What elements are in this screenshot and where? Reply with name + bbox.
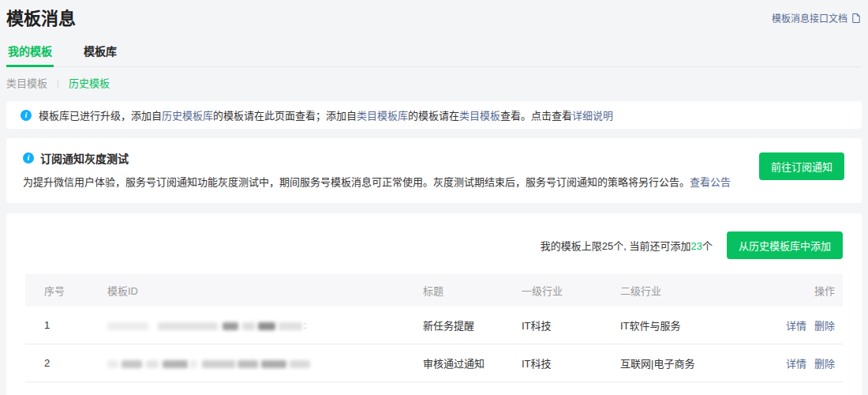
cell-template-id-redacted: : <box>88 307 404 344</box>
add-from-history-button[interactable]: 从历史模板库中添加 <box>727 231 843 259</box>
delete-link[interactable]: 删除 <box>814 320 835 332</box>
gray-test-title: 订阅通知灰度测试 <box>40 150 129 166</box>
table-row: 1:新任务提醒IT科技IT软件与服务详情删除 <box>25 307 843 344</box>
view-announcement-link[interactable]: 查看公告 <box>690 176 731 188</box>
info-icon: i <box>21 110 32 121</box>
page: 模板消息 模板消息接口文档 我的模板模板库 类目模板|历史模板 i 模板库已进行… <box>0 0 868 395</box>
templates-table: 序号模板ID标题一级行业二级行业操作 1:新任务提醒IT科技IT软件与服务详情删… <box>25 274 843 382</box>
notice-link[interactable]: 类目模板 <box>459 110 500 122</box>
cell-industry2: IT软件与服务 <box>601 307 771 344</box>
cell-title: 审核通过通知 <box>404 344 503 382</box>
upgrade-notice-text: 模板库已进行升级，添加自历史模板库的模板请在此页面查看；添加自类目模板库的模板请… <box>39 107 613 122</box>
text-segment: 的模板请在此页面查看；添加自 <box>213 110 357 122</box>
tab-我的模板[interactable]: 我的模板 <box>6 40 54 66</box>
text-segment: 查看。点击查看 <box>500 110 572 122</box>
cell-index: 2 <box>25 344 88 382</box>
subtab-divider: | <box>57 78 59 88</box>
goto-subscription-button[interactable]: 前往订阅通知 <box>759 152 844 180</box>
detail-link[interactable]: 详情 <box>786 320 806 332</box>
redacted-block <box>258 322 275 330</box>
redacted-block <box>158 322 218 330</box>
column-header-一级行业: 一级行业 <box>503 274 601 307</box>
column-header-操作: 操作 <box>771 274 843 307</box>
text-segment: 模板库已进行升级，添加自 <box>39 110 162 122</box>
cell-template-id-redacted <box>88 344 404 382</box>
redacted-block <box>242 322 255 330</box>
notice-link[interactable]: 类目模板库 <box>357 110 408 122</box>
column-header-标题: 标题 <box>404 274 503 307</box>
page-header: 模板消息 模板消息接口文档 <box>6 5 862 30</box>
column-header-模板ID: 模板ID <box>88 274 404 307</box>
primary-tabs: 我的模板模板库 <box>6 40 862 67</box>
info-icon: i <box>23 152 34 164</box>
api-doc-link[interactable]: 模板消息接口文档 <box>772 11 862 24</box>
redacted-block <box>122 360 142 368</box>
page-title: 模板消息 <box>6 8 76 30</box>
table-row: 2审核通过通知IT科技互联网|电子商务详情删除 <box>25 344 843 382</box>
gray-test-title-row: i 订阅通知灰度测试 <box>23 150 731 166</box>
subtab-历史模板[interactable]: 历史模板 <box>69 75 110 90</box>
subtab-类目模板[interactable]: 类目模板 <box>6 75 47 90</box>
cell-industry2: 互联网|电子商务 <box>601 344 771 382</box>
cell-index: 1 <box>25 307 88 344</box>
cell-title: 新任务提醒 <box>404 307 503 344</box>
text-segment: 的模板请在 <box>408 110 459 122</box>
redacted-block <box>290 360 310 368</box>
redacted-block <box>223 322 238 330</box>
gray-test-description: 为提升微信用户体验，服务号订阅通知功能灰度测试中，期间服务号模板消息可正常使用。… <box>23 175 731 190</box>
delete-link[interactable]: 删除 <box>814 358 835 370</box>
notice-link[interactable]: 历史模板库 <box>162 110 213 122</box>
redacted-block <box>189 360 197 368</box>
column-header-序号: 序号 <box>25 274 88 307</box>
detail-link[interactable]: 详情 <box>786 358 806 370</box>
quota-remaining-count: 23 <box>691 240 702 252</box>
gray-test-content: i 订阅通知灰度测试 为提升微信用户体验，服务号订阅通知功能灰度测试中，期间服务… <box>23 150 731 190</box>
redacted-block <box>238 360 258 368</box>
text-segment: 我的模板上限25个, 当前还可添加 <box>541 240 691 252</box>
tab-模板库[interactable]: 模板库 <box>82 40 118 66</box>
quota-row: 我的模板上限25个, 当前还可添加23个 从历史模板库中添加 <box>25 231 843 259</box>
redacted-block <box>163 360 188 368</box>
templates-card: 我的模板上限25个, 当前还可添加23个 从历史模板库中添加 序号模板ID标题一… <box>6 213 862 395</box>
redacted-block <box>261 360 286 368</box>
cell-actions: 详情删除 <box>771 307 843 344</box>
api-doc-link-label: 模板消息接口文档 <box>772 11 847 24</box>
redacted-block <box>202 360 235 368</box>
redacted-block <box>107 360 118 368</box>
quota-text: 我的模板上限25个, 当前还可添加23个 <box>541 238 713 253</box>
cell-industry1: IT科技 <box>503 307 601 344</box>
upgrade-notice-banner: i 模板库已进行升级，添加自历史模板库的模板请在此页面查看；添加自类目模板库的模… <box>6 101 862 129</box>
cell-industry1: IT科技 <box>503 344 601 382</box>
notice-link[interactable]: 详细说明 <box>572 110 613 122</box>
text-segment: 个 <box>702 240 713 252</box>
redacted-block <box>279 322 302 330</box>
redacted-block <box>107 322 148 330</box>
table-header-row: 序号模板ID标题一级行业二级行业操作 <box>25 274 843 307</box>
gray-test-card: i 订阅通知灰度测试 为提升微信用户体验，服务号订阅通知功能灰度测试中，期间服务… <box>6 138 862 203</box>
secondary-tabs: 类目模板|历史模板 <box>6 75 862 90</box>
column-header-二级行业: 二级行业 <box>601 274 771 307</box>
cell-actions: 详情删除 <box>771 344 843 382</box>
redacted-suffix: : <box>304 319 307 331</box>
redacted-block <box>146 360 159 368</box>
document-icon <box>851 13 862 24</box>
text-segment: 为提升微信用户体验，服务号订阅通知功能灰度测试中，期间服务号模板消息可正常使用。… <box>23 176 690 188</box>
